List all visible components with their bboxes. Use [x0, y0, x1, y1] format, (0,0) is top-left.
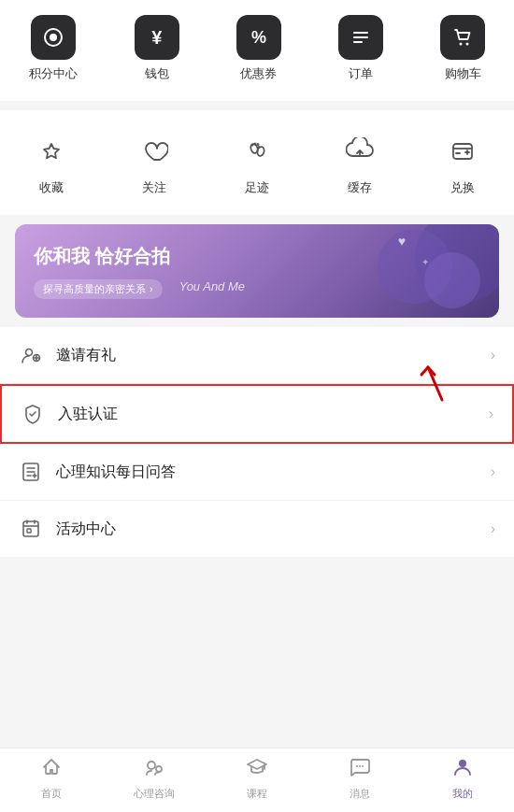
nav-item-mine[interactable]: 我的	[435, 756, 491, 801]
svg-point-23	[362, 765, 364, 767]
coupon-icon: %	[236, 15, 281, 60]
svg-point-1	[50, 34, 57, 41]
menu-item-activity[interactable]: 活动中心 ›	[0, 501, 514, 557]
menu-daily-quiz-label: 心理知识每日问答	[56, 463, 491, 482]
collect-label: 收藏	[39, 179, 64, 196]
verify-icon	[21, 402, 45, 426]
course-nav-icon	[246, 756, 268, 784]
banner[interactable]: 你和我 恰好合拍 探寻高质量的亲密关系 › You And Me ♥ ✦	[15, 224, 499, 318]
daily-quiz-icon	[19, 460, 43, 484]
menu-activity-label: 活动中心	[56, 520, 491, 539]
bottom-navigation: 首页 心理咨询 课程	[0, 748, 514, 812]
top-icon-grid: 积分中心 ¥ 钱包 % 优惠券 订单	[0, 15, 514, 82]
svg-rect-2	[353, 32, 368, 34]
invite-arrow-icon: ›	[491, 347, 495, 363]
svg-point-19	[148, 762, 155, 769]
collect-icon	[29, 129, 74, 174]
nav-item-message[interactable]: 消息	[332, 756, 388, 801]
svg-rect-18	[27, 529, 31, 533]
footprint-icon	[235, 129, 279, 174]
second-icon-section: 收藏 关注	[0, 110, 514, 215]
banner-main-text: 你和我 恰好合拍	[34, 244, 245, 268]
cart-icon-item[interactable]: 购物车	[440, 15, 485, 82]
banner-arrow-icon: ›	[150, 283, 153, 294]
nav-item-course[interactable]: 课程	[229, 756, 285, 801]
banner-sub-tag: 探寻高质量的亲密关系 ›	[34, 279, 163, 299]
top-icon-section: 积分中心 ¥ 钱包 % 优惠券 订单	[0, 0, 514, 101]
banner-section: 你和我 恰好合拍 探寻高质量的亲密关系 › You And Me ♥ ✦	[15, 224, 499, 318]
exchange-icon-item[interactable]: 兑换	[440, 129, 485, 196]
svg-point-9	[251, 144, 254, 147]
svg-rect-13	[453, 144, 472, 159]
message-nav-icon	[349, 756, 371, 784]
points-icon	[31, 15, 76, 60]
banner-you-and-me: You And Me	[179, 279, 245, 293]
menu-item-invite[interactable]: 邀请有礼 ›	[0, 327, 514, 384]
nav-item-consult[interactable]: 心理咨询	[126, 756, 182, 801]
menu-item-verify[interactable]: 入驻认证 ›	[0, 384, 514, 444]
footprint-label: 足迹	[245, 179, 269, 196]
svg-rect-3	[353, 36, 368, 38]
menu-verify-label: 入驻认证	[58, 405, 489, 424]
svg-point-20	[156, 766, 162, 772]
content-wrapper: 积分中心 ¥ 钱包 % 优惠券 订单	[0, 0, 514, 632]
wallet-icon: ¥	[135, 15, 179, 60]
svg-point-21	[356, 765, 358, 767]
menu-item-daily-quiz[interactable]: 心理知识每日问答 ›	[0, 444, 514, 501]
svg-point-24	[459, 760, 466, 767]
message-nav-label: 消息	[350, 787, 370, 801]
activity-icon	[19, 517, 43, 541]
menu-invite-label: 邀请有礼	[56, 346, 491, 365]
nav-item-home[interactable]: 首页	[23, 756, 79, 801]
invite-icon	[19, 343, 43, 367]
svg-point-6	[466, 43, 469, 46]
coupon-label: 优惠券	[240, 65, 277, 82]
cart-label: 购物车	[445, 65, 481, 82]
second-icon-grid: 收藏 关注	[0, 129, 514, 196]
collect-icon-item[interactable]: 收藏	[29, 129, 74, 196]
wallet-label: 钱包	[145, 65, 169, 82]
svg-point-12	[258, 146, 261, 149]
menu-section: 邀请有礼 › 入驻认证 ›	[0, 327, 514, 557]
order-icon-item[interactable]: 订单	[338, 15, 383, 82]
exchange-label: 兑换	[450, 179, 475, 196]
svg-rect-4	[353, 41, 363, 43]
order-label: 订单	[349, 65, 373, 82]
exchange-icon	[440, 129, 485, 174]
daily-quiz-arrow-icon: ›	[491, 463, 495, 480]
course-nav-label: 课程	[247, 787, 267, 801]
svg-point-5	[460, 43, 463, 46]
footprint-icon-item[interactable]: 足迹	[235, 129, 279, 196]
mine-nav-label: 我的	[452, 787, 473, 801]
banner-sub-text: 探寻高质量的亲密关系	[43, 282, 146, 296]
cache-icon	[337, 129, 382, 174]
consult-nav-icon	[143, 756, 165, 784]
points-icon-item[interactable]: 积分中心	[29, 15, 78, 82]
activity-arrow-icon: ›	[491, 520, 495, 537]
svg-point-10	[254, 143, 257, 146]
follow-label: 关注	[142, 179, 166, 196]
verify-arrow-icon: ›	[489, 406, 493, 422]
cache-icon-item[interactable]: 缓存	[337, 129, 382, 196]
mine-nav-icon	[451, 756, 474, 784]
follow-icon	[132, 129, 177, 174]
follow-icon-item[interactable]: 关注	[132, 129, 177, 196]
consult-nav-label: 心理咨询	[134, 787, 175, 801]
home-nav-icon	[40, 756, 63, 784]
svg-point-11	[257, 143, 260, 146]
coupon-icon-item[interactable]: % 优惠券	[236, 15, 281, 82]
home-nav-label: 首页	[41, 787, 62, 801]
cache-label: 缓存	[348, 179, 372, 196]
svg-point-22	[359, 765, 361, 767]
order-icon	[338, 15, 383, 60]
points-label: 积分中心	[29, 65, 78, 82]
svg-point-14	[26, 349, 33, 356]
cart-icon	[440, 15, 485, 60]
wallet-icon-item[interactable]: ¥ 钱包	[135, 15, 179, 82]
